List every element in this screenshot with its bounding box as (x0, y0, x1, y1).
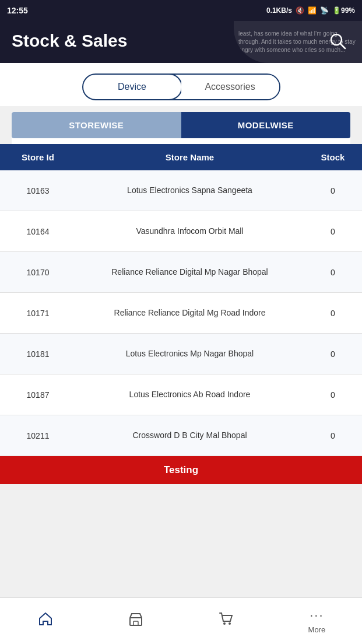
table-header: Store Id Store Name Stock (0, 144, 362, 170)
row-stock: 0 (304, 390, 362, 400)
signal-icon: 📶 (308, 6, 317, 15)
tab-accessories[interactable]: Accessories (181, 75, 279, 99)
view-toggle: STOREWISE MODELWISE (12, 112, 350, 144)
table-body: 10163 Lotus Electronics Sapna Sangeeta 0… (0, 170, 362, 456)
modelwise-button[interactable]: MODELWISE (181, 112, 351, 138)
row-stock: 0 (304, 186, 362, 195)
table-row: 10181 Lotus Electronics Mp Nagar Bhopal … (0, 334, 362, 374)
row-store-name: Reliance Reliance Digital Mg Road Indore (76, 303, 304, 324)
status-time: 12:55 (7, 6, 28, 15)
row-store-id: 10171 (0, 309, 76, 318)
row-store-name: Reliance Reliance Digital Mp Nagar Bhopa… (76, 262, 304, 283)
status-bar: 12:55 0.1KB/s 🔇 📶 📡 🔋99% (0, 0, 362, 21)
tab-toggle: Device Accessories (82, 74, 280, 100)
cart-icon (218, 611, 234, 631)
row-store-name: Lotus Electronics Sapna Sangeeta (76, 180, 304, 201)
header-stock: Stock (304, 152, 362, 162)
store-icon (128, 611, 144, 631)
row-store-id: 10187 (0, 390, 76, 400)
row-store-name: Crossword D B City Mal Bhopal (76, 425, 304, 446)
network-speed: 0.1KB/s (266, 6, 292, 15)
header-store-id: Store Id (0, 152, 76, 162)
battery-icon: 🔋99% (332, 6, 355, 15)
table-row: 10187 Lotus Electronics Ab Road Indore 0 (0, 374, 362, 415)
table-row: 10171 Reliance Reliance Digital Mg Road … (0, 293, 362, 334)
tab-device[interactable]: Device (82, 74, 182, 100)
row-store-name: Vasundhra Infocom Orbit Mall (76, 221, 304, 242)
table-row: 10211 Crossword D B City Mal Bhopal 0 (0, 415, 362, 456)
header-store-name: Store Name (76, 152, 304, 162)
svg-line-1 (340, 44, 345, 48)
row-store-name: Lotus Electronics Mp Nagar Bhopal (76, 344, 304, 365)
status-right: 0.1KB/s 🔇 📶 📡 🔋99% (266, 6, 355, 15)
bottom-nav: ··· More (0, 597, 362, 644)
row-stock: 0 (304, 431, 362, 440)
home-icon (37, 611, 54, 631)
svg-point-5 (229, 622, 231, 625)
row-stock: 0 (304, 309, 362, 318)
table-row: 10163 Lotus Electronics Sapna Sangeeta 0 (0, 170, 362, 211)
tab-toggle-container: Device Accessories (0, 63, 362, 106)
nav-more-label: More (308, 625, 326, 634)
row-stock: 0 (304, 227, 362, 236)
row-store-id: 10181 (0, 349, 76, 359)
nav-more[interactable]: ··· More (272, 598, 362, 644)
data-table: Store Id Store Name Stock 10163 Lotus El… (0, 144, 362, 484)
row-store-id: 10211 (0, 431, 76, 440)
more-dots-icon: ··· (310, 608, 324, 623)
row-stock: 0 (304, 268, 362, 277)
nav-store[interactable] (90, 598, 181, 644)
row-store-id: 10170 (0, 268, 76, 277)
svg-rect-3 (133, 621, 138, 625)
row-store-name: Lotus Electronics Ab Road Indore (76, 384, 304, 405)
nav-cart[interactable] (181, 598, 272, 644)
row-store-id: 10164 (0, 227, 76, 236)
svg-point-4 (223, 622, 226, 625)
row-stock: 0 (304, 349, 362, 359)
testing-row: Testing (0, 456, 362, 484)
table-row: 10170 Reliance Reliance Digital Mp Nagar… (0, 252, 362, 293)
row-store-id: 10163 (0, 186, 76, 195)
header: Stock & Sales least, has some idea of wh… (0, 21, 362, 63)
search-button[interactable] (325, 28, 350, 54)
storewise-button[interactable]: STOREWISE (12, 112, 181, 138)
table-row: 10164 Vasundhra Infocom Orbit Mall 0 (0, 211, 362, 252)
nav-home[interactable] (0, 598, 90, 644)
wifi-icon: 📡 (320, 6, 329, 15)
page-title: Stock & Sales (12, 31, 127, 51)
mute-icon: 🔇 (296, 6, 304, 15)
